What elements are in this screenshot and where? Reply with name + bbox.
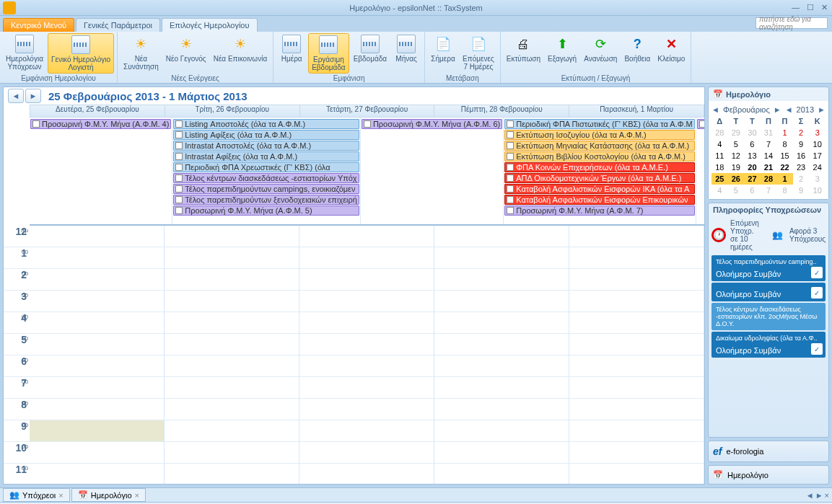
close-tab-icon[interactable]: ×: [135, 491, 139, 500]
time-slot[interactable]: [30, 247, 164, 269]
time-slot[interactable]: [299, 334, 434, 355]
calendar-event[interactable]: Τέλος παρεπιδημούντων ξενοδοχειακών επιχ…: [173, 195, 359, 205]
mc-day[interactable]: 2: [793, 127, 810, 138]
calendar-event[interactable]: Intrastat Αποστολές (όλα τα Α.Φ.Μ.): [173, 141, 359, 151]
time-slot[interactable]: [434, 464, 569, 484]
mc-day[interactable]: 1: [776, 173, 793, 185]
time-slot[interactable]: [434, 291, 569, 312]
time-slot[interactable]: [434, 355, 569, 377]
mc-day[interactable]: 24: [809, 162, 826, 173]
time-slot[interactable]: [165, 247, 299, 269]
btn-close[interactable]: ✕Κλείσιμο: [654, 33, 688, 74]
mc-day[interactable]: 14: [761, 150, 777, 162]
btab-obligors[interactable]: 👥Υπόχρεοι×: [3, 488, 70, 502]
mc-day[interactable]: 21: [761, 162, 777, 173]
time-slot[interactable]: [165, 312, 299, 334]
mc-day[interactable]: 12: [728, 150, 745, 162]
mc-day[interactable]: 28: [761, 173, 777, 185]
mc-day[interactable]: 8: [776, 138, 793, 150]
mc-day[interactable]: 27: [744, 173, 761, 185]
time-slot[interactable]: [165, 464, 299, 484]
time-slot[interactable]: [299, 420, 434, 442]
time-slot[interactable]: [299, 269, 434, 291]
time-slot[interactable]: [434, 226, 569, 247]
nav-prev[interactable]: ◄: [8, 89, 24, 103]
mc-day[interactable]: 11: [711, 150, 728, 162]
time-slot[interactable]: [299, 291, 434, 312]
mc-day[interactable]: 20: [744, 162, 761, 173]
obligation-item[interactable]: Τέλος κέντρων διασκεδάσεως -εστιατορίων …: [711, 303, 826, 330]
btab-scroll-right[interactable]: ►: [815, 491, 823, 500]
mc-day[interactable]: 8: [776, 185, 793, 196]
mc-day[interactable]: 5: [728, 138, 745, 150]
time-slot[interactable]: [30, 464, 164, 484]
time-column[interactable]: [299, 226, 434, 484]
obligation-item[interactable]: Δικαίωμα υδροληψίας (όλα τα Α.Φ..Ολοήμερ…: [711, 332, 826, 358]
mc-prev-month[interactable]: ◄: [711, 105, 719, 114]
calendar-event[interactable]: Προσωρινή Φ.Μ.Υ. Μήνα (Α.Φ.Μ. 7): [504, 205, 695, 216]
time-slot[interactable]: [30, 420, 164, 442]
btn-view-workweek[interactable]: Εργάσιμη Εβδομάδα: [308, 33, 349, 74]
time-slot[interactable]: [30, 291, 164, 312]
tab-general-params[interactable]: Γενικές Παράμετροι: [76, 18, 160, 32]
calendar-event[interactable]: Intrastat Αφίξεις (όλα τα Α.Φ.Μ.): [173, 151, 359, 162]
mc-day[interactable]: 29: [728, 127, 745, 138]
time-slot[interactable]: [434, 377, 569, 399]
close-button[interactable]: ✕: [821, 3, 828, 12]
btn-view-day[interactable]: Ημέρα: [276, 33, 307, 74]
calendar-event[interactable]: Εκτύπωση Μηνιαίας Κατάστασης (όλα τα Α.Φ…: [504, 141, 695, 151]
mc-day[interactable]: 30: [744, 127, 761, 138]
allday-column[interactable]: Listing Αποστολές (όλα τα Α.Φ.Μ.)Listing…: [172, 118, 361, 224]
mc-day[interactable]: 28: [711, 127, 728, 138]
calendar-event[interactable]: Listing Αφίξεις (όλα τα Α.Φ.Μ.): [173, 130, 359, 140]
time-slot[interactable]: [434, 334, 569, 355]
time-slot[interactable]: [165, 269, 299, 291]
allday-column[interactable]: Προσωρινή Φ.Μ.Υ. Μήνα (Α.Φ.Μ. 8): [696, 118, 705, 224]
maximize-button[interactable]: ☐: [807, 3, 814, 12]
time-slot[interactable]: [434, 312, 569, 334]
calendar-event[interactable]: Listing Αποστολές (όλα τα Α.Φ.Μ.): [173, 119, 359, 129]
btab-scroll-left[interactable]: ◄: [806, 491, 814, 500]
time-slot[interactable]: [165, 420, 299, 442]
time-slot[interactable]: [165, 377, 299, 399]
mc-day[interactable]: 15: [776, 150, 793, 162]
mc-day[interactable]: 18: [711, 162, 728, 173]
time-slot[interactable]: [165, 442, 299, 464]
btn-view-month[interactable]: Μήνας: [391, 33, 421, 74]
btab-calendar[interactable]: 📅Ημερολόγιο×: [71, 488, 146, 502]
mc-day[interactable]: 9: [793, 185, 810, 196]
mc-day[interactable]: 25: [711, 173, 728, 185]
calendar-event[interactable]: ΦΠΑ Κοινών Επιχειρήσεων (όλα τα Α.Μ.Ε.): [504, 162, 695, 172]
calendar-event[interactable]: Τέλος παρεπιδημούντων campings, ενοικιαζ…: [173, 184, 359, 194]
check-icon[interactable]: ✓: [811, 343, 823, 355]
mc-day[interactable]: 22: [776, 162, 793, 173]
day-header[interactable]: Τρίτη, 26 Φεβρουαρίου: [165, 105, 300, 118]
mc-day[interactable]: 2: [793, 173, 810, 185]
time-column[interactable]: [165, 226, 299, 484]
time-slot[interactable]: [299, 464, 434, 484]
time-slot[interactable]: [569, 420, 704, 442]
time-slot[interactable]: [434, 399, 569, 420]
mc-next-year[interactable]: ►: [818, 105, 826, 114]
allday-column[interactable]: Περιοδική ΦΠΑ Πιστωτικές (Γ' ΚΒΣ) (όλα τ…: [504, 118, 696, 224]
mc-day[interactable]: 13: [744, 150, 761, 162]
calendar-event[interactable]: Περιοδική ΦΠΑ Χρεωστικές (Γ' ΚΒΣ) (όλα: [173, 162, 359, 172]
calendar-event[interactable]: Καταβολή Ασφαλιστικών Εισφορών Επικουρικ…: [504, 195, 695, 205]
time-slot[interactable]: [569, 442, 704, 464]
btn-obligor-calendars[interactable]: Ημερολόγια Υπόχρεων: [3, 33, 46, 74]
tab-calendar-options[interactable]: Επιλογές Ημερολογίου: [162, 18, 257, 32]
time-slot[interactable]: [30, 269, 164, 291]
time-slot[interactable]: [165, 355, 299, 377]
mc-day[interactable]: 5: [728, 185, 745, 196]
btn-new-event[interactable]: ☀Νέο Γεγονός: [163, 33, 209, 74]
btn-help[interactable]: ?Βοήθεια: [621, 33, 653, 74]
mc-day[interactable]: 9: [793, 138, 810, 150]
obligation-item[interactable]: Ολοήμερο Συμβάν✓: [711, 283, 826, 301]
time-column[interactable]: [30, 226, 165, 484]
btn-view-week[interactable]: Εβδομάδα: [351, 33, 390, 74]
calendar-link[interactable]: 📅 Ημερολόγιο: [708, 465, 829, 485]
calendar-event[interactable]: Εκτύπωση Ισοζυγίου (όλα τα Α.Φ.Μ.): [504, 130, 695, 140]
eforologia-link[interactable]: ef e-forologia: [708, 441, 829, 462]
obligation-item[interactable]: Τέλος παρεπιδημούντων camping..Ολοήμερο …: [711, 255, 826, 281]
search-input[interactable]: πατήστε εδώ για αναζήτηση: [756, 17, 828, 29]
